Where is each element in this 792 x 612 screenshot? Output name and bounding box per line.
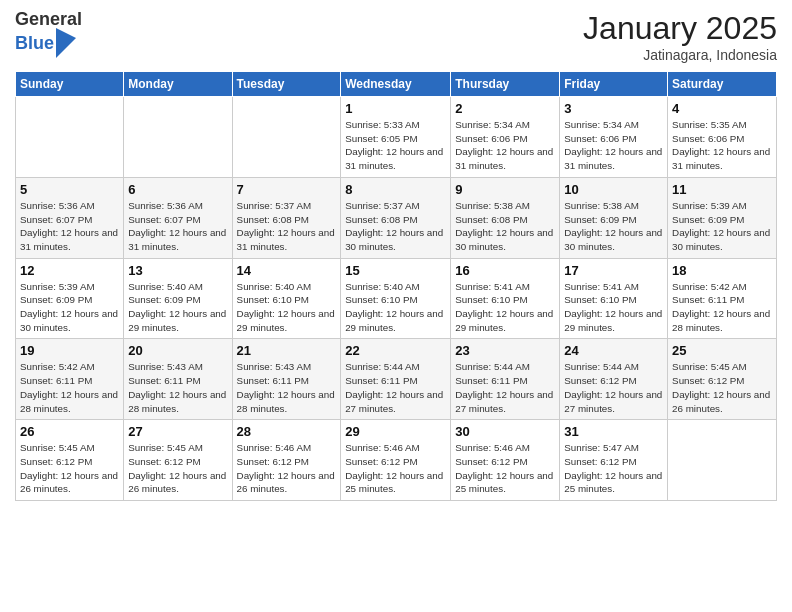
calendar-cell: 16Sunrise: 5:41 AM Sunset: 6:10 PM Dayli… xyxy=(451,258,560,339)
title-area: January 2025 Jatinagara, Indonesia xyxy=(583,10,777,63)
day-info: Sunrise: 5:45 AM Sunset: 6:12 PM Dayligh… xyxy=(672,360,772,415)
day-number: 18 xyxy=(672,263,772,278)
day-number: 26 xyxy=(20,424,119,439)
page-header: General Blue January 2025 Jatinagara, In… xyxy=(15,10,777,63)
calendar-table: SundayMondayTuesdayWednesdayThursdayFrid… xyxy=(15,71,777,501)
calendar-cell: 20Sunrise: 5:43 AM Sunset: 6:11 PM Dayli… xyxy=(124,339,232,420)
day-number: 17 xyxy=(564,263,663,278)
calendar-cell xyxy=(124,97,232,178)
day-number: 14 xyxy=(237,263,337,278)
day-number: 22 xyxy=(345,343,446,358)
day-number: 15 xyxy=(345,263,446,278)
day-number: 13 xyxy=(128,263,227,278)
day-info: Sunrise: 5:40 AM Sunset: 6:10 PM Dayligh… xyxy=(237,280,337,335)
day-info: Sunrise: 5:45 AM Sunset: 6:12 PM Dayligh… xyxy=(128,441,227,496)
calendar-cell: 30Sunrise: 5:46 AM Sunset: 6:12 PM Dayli… xyxy=(451,420,560,501)
calendar-cell: 31Sunrise: 5:47 AM Sunset: 6:12 PM Dayli… xyxy=(560,420,668,501)
calendar-cell: 6Sunrise: 5:36 AM Sunset: 6:07 PM Daylig… xyxy=(124,177,232,258)
day-info: Sunrise: 5:44 AM Sunset: 6:11 PM Dayligh… xyxy=(345,360,446,415)
calendar-cell: 7Sunrise: 5:37 AM Sunset: 6:08 PM Daylig… xyxy=(232,177,341,258)
day-number: 24 xyxy=(564,343,663,358)
weekday-header: Wednesday xyxy=(341,72,451,97)
day-info: Sunrise: 5:41 AM Sunset: 6:10 PM Dayligh… xyxy=(564,280,663,335)
weekday-header: Saturday xyxy=(668,72,777,97)
day-info: Sunrise: 5:44 AM Sunset: 6:12 PM Dayligh… xyxy=(564,360,663,415)
calendar-week-row: 12Sunrise: 5:39 AM Sunset: 6:09 PM Dayli… xyxy=(16,258,777,339)
calendar-cell: 15Sunrise: 5:40 AM Sunset: 6:10 PM Dayli… xyxy=(341,258,451,339)
day-info: Sunrise: 5:37 AM Sunset: 6:08 PM Dayligh… xyxy=(345,199,446,254)
day-number: 21 xyxy=(237,343,337,358)
day-info: Sunrise: 5:46 AM Sunset: 6:12 PM Dayligh… xyxy=(455,441,555,496)
day-number: 11 xyxy=(672,182,772,197)
calendar-cell: 8Sunrise: 5:37 AM Sunset: 6:08 PM Daylig… xyxy=(341,177,451,258)
calendar-cell: 11Sunrise: 5:39 AM Sunset: 6:09 PM Dayli… xyxy=(668,177,777,258)
day-number: 2 xyxy=(455,101,555,116)
calendar-cell: 19Sunrise: 5:42 AM Sunset: 6:11 PM Dayli… xyxy=(16,339,124,420)
day-number: 8 xyxy=(345,182,446,197)
weekday-header: Friday xyxy=(560,72,668,97)
day-info: Sunrise: 5:38 AM Sunset: 6:08 PM Dayligh… xyxy=(455,199,555,254)
day-number: 5 xyxy=(20,182,119,197)
calendar-cell xyxy=(16,97,124,178)
day-number: 9 xyxy=(455,182,555,197)
svg-marker-0 xyxy=(56,28,76,58)
day-info: Sunrise: 5:37 AM Sunset: 6:08 PM Dayligh… xyxy=(237,199,337,254)
day-info: Sunrise: 5:34 AM Sunset: 6:06 PM Dayligh… xyxy=(564,118,663,173)
logo-blue-text: Blue xyxy=(15,34,54,52)
calendar-cell: 26Sunrise: 5:45 AM Sunset: 6:12 PM Dayli… xyxy=(16,420,124,501)
location-subtitle: Jatinagara, Indonesia xyxy=(583,47,777,63)
day-number: 20 xyxy=(128,343,227,358)
calendar-cell: 9Sunrise: 5:38 AM Sunset: 6:08 PM Daylig… xyxy=(451,177,560,258)
calendar-cell: 22Sunrise: 5:44 AM Sunset: 6:11 PM Dayli… xyxy=(341,339,451,420)
day-number: 12 xyxy=(20,263,119,278)
day-number: 25 xyxy=(672,343,772,358)
day-info: Sunrise: 5:39 AM Sunset: 6:09 PM Dayligh… xyxy=(672,199,772,254)
calendar-cell xyxy=(232,97,341,178)
day-number: 31 xyxy=(564,424,663,439)
day-info: Sunrise: 5:46 AM Sunset: 6:12 PM Dayligh… xyxy=(237,441,337,496)
calendar-cell: 10Sunrise: 5:38 AM Sunset: 6:09 PM Dayli… xyxy=(560,177,668,258)
calendar-cell: 17Sunrise: 5:41 AM Sunset: 6:10 PM Dayli… xyxy=(560,258,668,339)
day-number: 4 xyxy=(672,101,772,116)
month-title: January 2025 xyxy=(583,10,777,47)
calendar-cell: 27Sunrise: 5:45 AM Sunset: 6:12 PM Dayli… xyxy=(124,420,232,501)
weekday-header: Tuesday xyxy=(232,72,341,97)
day-number: 27 xyxy=(128,424,227,439)
day-info: Sunrise: 5:43 AM Sunset: 6:11 PM Dayligh… xyxy=(237,360,337,415)
weekday-header-row: SundayMondayTuesdayWednesdayThursdayFrid… xyxy=(16,72,777,97)
calendar-cell xyxy=(668,420,777,501)
logo: General Blue xyxy=(15,10,82,58)
day-info: Sunrise: 5:40 AM Sunset: 6:10 PM Dayligh… xyxy=(345,280,446,335)
day-info: Sunrise: 5:45 AM Sunset: 6:12 PM Dayligh… xyxy=(20,441,119,496)
day-number: 29 xyxy=(345,424,446,439)
calendar-cell: 28Sunrise: 5:46 AM Sunset: 6:12 PM Dayli… xyxy=(232,420,341,501)
day-number: 28 xyxy=(237,424,337,439)
day-info: Sunrise: 5:42 AM Sunset: 6:11 PM Dayligh… xyxy=(20,360,119,415)
calendar-cell: 21Sunrise: 5:43 AM Sunset: 6:11 PM Dayli… xyxy=(232,339,341,420)
calendar-cell: 12Sunrise: 5:39 AM Sunset: 6:09 PM Dayli… xyxy=(16,258,124,339)
weekday-header: Thursday xyxy=(451,72,560,97)
calendar-cell: 5Sunrise: 5:36 AM Sunset: 6:07 PM Daylig… xyxy=(16,177,124,258)
calendar-cell: 18Sunrise: 5:42 AM Sunset: 6:11 PM Dayli… xyxy=(668,258,777,339)
day-number: 30 xyxy=(455,424,555,439)
calendar-cell: 1Sunrise: 5:33 AM Sunset: 6:05 PM Daylig… xyxy=(341,97,451,178)
calendar-week-row: 19Sunrise: 5:42 AM Sunset: 6:11 PM Dayli… xyxy=(16,339,777,420)
day-info: Sunrise: 5:41 AM Sunset: 6:10 PM Dayligh… xyxy=(455,280,555,335)
day-number: 16 xyxy=(455,263,555,278)
day-info: Sunrise: 5:38 AM Sunset: 6:09 PM Dayligh… xyxy=(564,199,663,254)
calendar-week-row: 26Sunrise: 5:45 AM Sunset: 6:12 PM Dayli… xyxy=(16,420,777,501)
day-info: Sunrise: 5:42 AM Sunset: 6:11 PM Dayligh… xyxy=(672,280,772,335)
day-info: Sunrise: 5:35 AM Sunset: 6:06 PM Dayligh… xyxy=(672,118,772,173)
weekday-header: Sunday xyxy=(16,72,124,97)
calendar-cell: 25Sunrise: 5:45 AM Sunset: 6:12 PM Dayli… xyxy=(668,339,777,420)
weekday-header: Monday xyxy=(124,72,232,97)
day-info: Sunrise: 5:46 AM Sunset: 6:12 PM Dayligh… xyxy=(345,441,446,496)
calendar-cell: 4Sunrise: 5:35 AM Sunset: 6:06 PM Daylig… xyxy=(668,97,777,178)
logo-icon xyxy=(56,28,76,58)
logo-general-text: General xyxy=(15,10,82,28)
day-info: Sunrise: 5:44 AM Sunset: 6:11 PM Dayligh… xyxy=(455,360,555,415)
calendar-cell: 3Sunrise: 5:34 AM Sunset: 6:06 PM Daylig… xyxy=(560,97,668,178)
calendar-week-row: 1Sunrise: 5:33 AM Sunset: 6:05 PM Daylig… xyxy=(16,97,777,178)
calendar-cell: 29Sunrise: 5:46 AM Sunset: 6:12 PM Dayli… xyxy=(341,420,451,501)
day-number: 23 xyxy=(455,343,555,358)
